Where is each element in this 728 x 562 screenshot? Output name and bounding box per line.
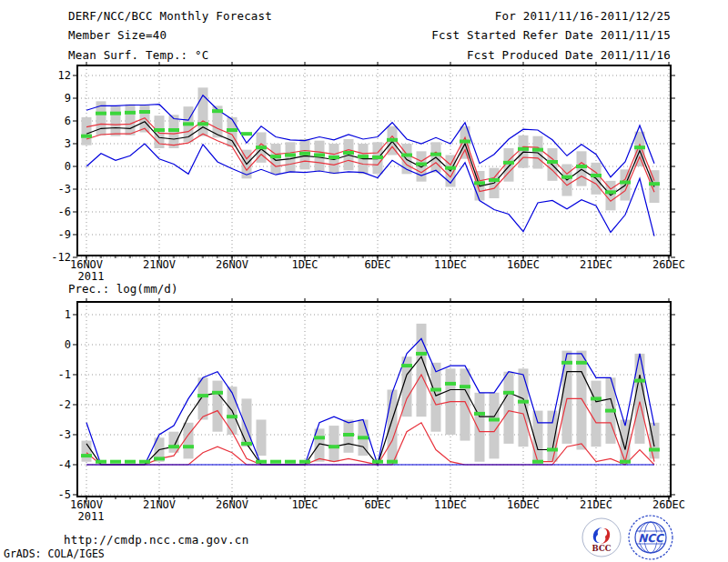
reference-dash: [518, 400, 529, 404]
spread-bar: [577, 151, 587, 186]
refer-date-label: Fcst Started Refer Date 2011/11/15: [431, 28, 671, 42]
reference-dash: [634, 146, 645, 149]
spread-bar: [417, 324, 427, 416]
spread-bar: [257, 420, 267, 457]
reference-dash: [299, 460, 310, 464]
x-tick-label: 1DEC: [292, 258, 318, 271]
spread-bar: [475, 393, 485, 462]
x-tick-label: 26DEC: [652, 258, 685, 271]
reference-dash: [532, 148, 543, 152]
reference-dash: [110, 460, 121, 464]
reference-dash: [503, 391, 514, 395]
reference-dash: [358, 155, 369, 158]
x-year-label: 2011: [78, 510, 105, 523]
spread-bar: [388, 390, 398, 466]
y-tick-label: 9: [65, 92, 71, 105]
reference-dash: [387, 138, 398, 142]
reference-dash: [197, 122, 208, 125]
grads-credit: GrADS: COLA/IGES: [4, 547, 105, 560]
x-tick-label: 6DEC: [365, 498, 391, 511]
spread-bar: [504, 372, 514, 444]
reference-dash: [372, 460, 383, 464]
temperature-chart: 16NOV21NOV26NOV1DEC6DEC11DEC16DEC21DEC26…: [51, 62, 685, 283]
reference-dash: [96, 460, 106, 464]
reference-dash: [256, 460, 267, 464]
x-tick-label: 21NOV: [143, 258, 176, 271]
reference-dash: [285, 154, 296, 157]
reference-dash: [620, 181, 631, 185]
spread-bar: [126, 105, 136, 135]
spread-bar: [635, 354, 645, 444]
y-tick-label: 6: [65, 115, 71, 127]
spread-bar: [228, 117, 238, 147]
reference-dash: [154, 457, 165, 460]
x-tick-label: 6DEC: [365, 258, 391, 271]
x-tick-label: 11DEC: [434, 258, 467, 271]
y-tick-label: -6: [58, 206, 71, 218]
reference-dash: [329, 445, 339, 448]
reference-dash: [460, 385, 470, 388]
precip-panel-title: Prec.: log(mm/d): [68, 282, 177, 296]
reference-dash: [649, 448, 660, 452]
spread-bar: [562, 351, 572, 444]
spread-bar: [621, 420, 631, 462]
reference-dash: [183, 122, 194, 125]
reference-dash: [576, 361, 587, 365]
forecast-charts-svg: 16NOV21NOV26NOV1DEC6DEC11DEC16DEC21DEC26…: [0, 0, 728, 562]
reference-dash: [489, 418, 500, 422]
reference-dash: [605, 409, 616, 413]
reference-dash: [125, 460, 136, 464]
reference-dash: [197, 394, 208, 397]
spread-bar: [198, 377, 208, 419]
forecast-range: For 2011/11/16-2011/12/25: [495, 9, 671, 23]
reference-dash: [299, 152, 310, 156]
reference-dash: [110, 112, 121, 115]
forecast-page: { "header": { "title": "DERF/NCC/BCC Mon…: [0, 0, 728, 562]
reference-dash: [561, 361, 572, 365]
x-tick-label: 21NOV: [143, 498, 176, 511]
reference-dash: [139, 110, 150, 114]
x-tick-label: 1DEC: [292, 498, 318, 511]
reference-dash: [605, 190, 616, 194]
reference-dash: [96, 112, 106, 115]
x-tick-label: 16DEC: [507, 498, 540, 511]
x-tick-label: 26NOV: [216, 258, 248, 271]
y-tick-label: -12: [51, 251, 71, 264]
reference-dash: [460, 140, 470, 144]
spread-bar: [271, 144, 281, 174]
y-tick-label: -2: [58, 398, 71, 411]
spread-bar: [460, 368, 470, 440]
x-tick-label: 16DEC: [507, 258, 540, 271]
reference-dash: [270, 460, 281, 464]
spread-bar: [577, 351, 587, 450]
reference-dash: [547, 160, 558, 164]
reference-dash: [168, 128, 179, 132]
spread-bar: [592, 381, 602, 447]
reference-dash: [372, 156, 383, 159]
reference-dash: [227, 128, 238, 132]
x-tick-label: 26NOV: [216, 498, 248, 511]
y-tick-label: 1: [65, 308, 71, 321]
reference-dash: [139, 460, 150, 464]
reference-dash: [547, 448, 558, 452]
spread-bar: [111, 105, 121, 135]
reference-dash: [154, 128, 165, 132]
reference-dash: [416, 163, 427, 166]
spread-bar: [519, 368, 529, 447]
y-tick-label: 0: [65, 338, 71, 351]
produced-date-label: Fcst Produced Date 2011/11/16: [467, 48, 671, 62]
reference-dash: [518, 147, 529, 151]
x-year-label: 2011: [78, 270, 105, 283]
reference-dash: [489, 178, 500, 182]
spread-bar: [242, 398, 252, 447]
member-size-label: Member Size=40: [68, 28, 167, 42]
reference-dash: [532, 460, 543, 464]
reference-dash: [474, 181, 485, 185]
bcc-logo-text: BCC: [592, 544, 612, 553]
reference-dash: [314, 436, 325, 439]
reference-dash: [591, 396, 602, 400]
reference-dash: [591, 174, 602, 177]
x-tick-label: 21DEC: [580, 258, 612, 271]
y-tick-label: -9: [58, 228, 71, 241]
reference-dash: [212, 109, 223, 113]
